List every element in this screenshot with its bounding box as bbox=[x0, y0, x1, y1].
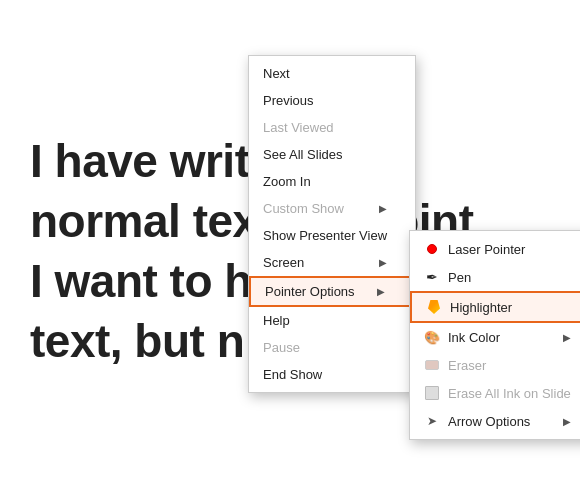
submenu-laser-pointer[interactable]: Laser Pointer bbox=[410, 235, 580, 263]
arrow-options-icon: ➤ bbox=[424, 413, 440, 429]
pointer-options-arrow: ▶ bbox=[377, 286, 385, 297]
submenu-highlighter[interactable]: Highlighter bbox=[410, 291, 580, 323]
submenu-pen[interactable]: ✒ Pen bbox=[410, 263, 580, 291]
pen-icon: ✒ bbox=[424, 269, 440, 285]
menu-item-show-presenter-view[interactable]: Show Presenter View bbox=[249, 222, 415, 249]
submenu-eraser: Eraser bbox=[410, 351, 580, 379]
menu-item-see-all-slides[interactable]: See All Slides bbox=[249, 141, 415, 168]
ink-color-arrow: ▶ bbox=[563, 332, 571, 343]
submenu-ink-color[interactable]: 🎨 Ink Color ▶ bbox=[410, 323, 580, 351]
context-menu-wrapper: Next Previous Last Viewed See All Slides… bbox=[248, 55, 416, 393]
menu-item-custom-show: Custom Show ▶ bbox=[249, 195, 415, 222]
erase-all-ink-icon bbox=[424, 385, 440, 401]
custom-show-arrow: ▶ bbox=[379, 203, 387, 214]
laser-pointer-icon bbox=[424, 241, 440, 257]
pointer-options-submenu: Laser Pointer ✒ Pen Highlighter 🎨 Ink Co… bbox=[409, 230, 580, 440]
menu-item-pointer-options[interactable]: Pointer Options ▶ bbox=[249, 276, 415, 307]
context-menu: Next Previous Last Viewed See All Slides… bbox=[248, 55, 416, 393]
arrow-options-arrow: ▶ bbox=[563, 416, 571, 427]
eraser-icon bbox=[424, 357, 440, 373]
menu-item-last-viewed: Last Viewed bbox=[249, 114, 415, 141]
menu-item-next[interactable]: Next bbox=[249, 60, 415, 87]
screen-arrow: ▶ bbox=[379, 257, 387, 268]
menu-item-previous[interactable]: Previous bbox=[249, 87, 415, 114]
menu-item-help[interactable]: Help bbox=[249, 307, 415, 334]
highlighter-icon bbox=[426, 299, 442, 315]
menu-item-zoom-in[interactable]: Zoom In bbox=[249, 168, 415, 195]
menu-item-pause: Pause bbox=[249, 334, 415, 361]
ink-color-icon: 🎨 bbox=[424, 329, 440, 345]
menu-item-end-show[interactable]: End Show bbox=[249, 361, 415, 388]
menu-item-screen[interactable]: Screen ▶ bbox=[249, 249, 415, 276]
submenu-erase-all-ink: Erase All Ink on Slide bbox=[410, 379, 580, 407]
submenu-arrow-options[interactable]: ➤ Arrow Options ▶ bbox=[410, 407, 580, 435]
